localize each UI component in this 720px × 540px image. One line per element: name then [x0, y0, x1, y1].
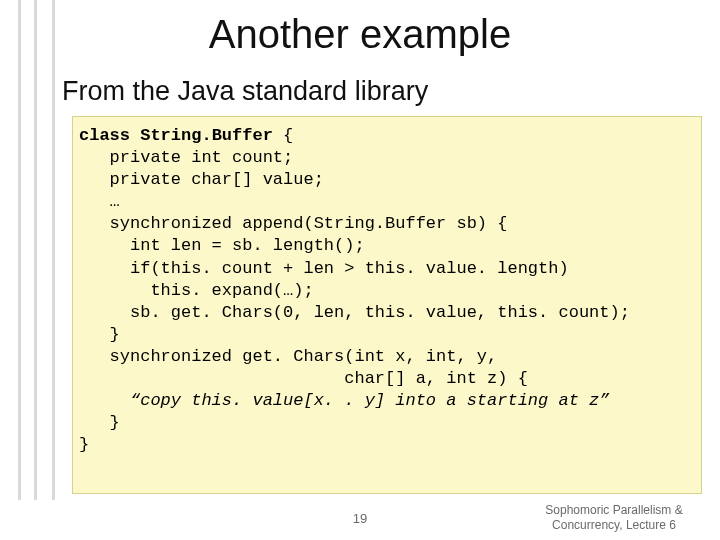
- slide: Another example From the Java standard l…: [0, 0, 720, 540]
- bar-3: [52, 0, 55, 500]
- bar-2: [34, 0, 37, 500]
- code-line-3: private char[] value;: [79, 170, 324, 189]
- code-line-7: if(this. count + len > this. value. leng…: [79, 259, 569, 278]
- code-line-8: this. expand(…);: [79, 281, 314, 300]
- code-line-2: private int count;: [79, 148, 293, 167]
- decorative-left-bars: [18, 0, 56, 500]
- code-line-6: int len = sb. length();: [79, 236, 365, 255]
- code-line-15: }: [79, 435, 89, 454]
- slide-title: Another example: [0, 12, 720, 57]
- code-line-14: }: [79, 413, 120, 432]
- code-line-4: …: [79, 192, 120, 211]
- slide-subtitle: From the Java standard library: [62, 76, 428, 107]
- bar-1: [18, 0, 21, 500]
- code-line-13: “copy this. value[x. . y] into a startin…: [79, 391, 610, 410]
- footer-line-1: Sophomoric Parallelism &: [545, 503, 682, 517]
- footer-text: Sophomoric Parallelism & Concurrency, Le…: [524, 503, 704, 532]
- code-class-name: String.Buffer: [130, 126, 283, 145]
- code-line-10: }: [79, 325, 120, 344]
- code-line-5: synchronized append(String.Buffer sb) {: [79, 214, 507, 233]
- code-line-9: sb. get. Chars(0, len, this. value, this…: [79, 303, 630, 322]
- code-keyword-class: class: [79, 126, 130, 145]
- code-line-1c: {: [283, 126, 293, 145]
- code-line-12: char[] a, int z) {: [79, 369, 528, 388]
- code-block: class String.Buffer { private int count;…: [72, 116, 702, 494]
- code-line-11: synchronized get. Chars(int x, int, y,: [79, 347, 497, 366]
- footer-line-2: Concurrency, Lecture 6: [552, 518, 676, 532]
